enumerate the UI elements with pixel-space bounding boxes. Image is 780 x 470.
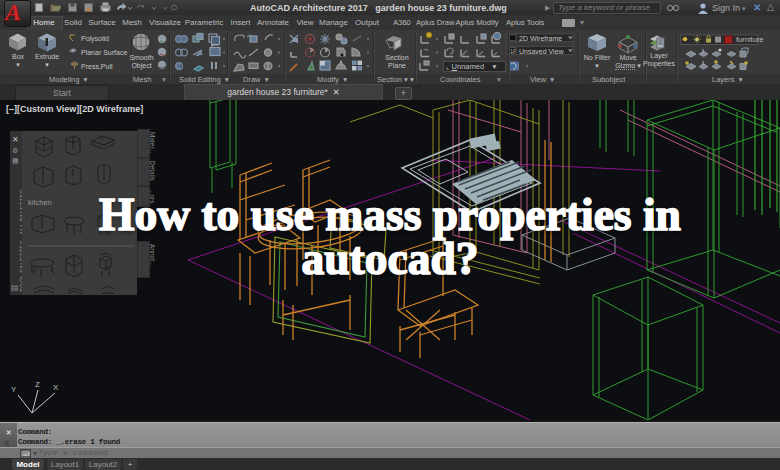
svg-text:X: X [53,383,59,392]
svg-text:Y: Y [11,385,17,394]
svg-text:1F: 1F [510,48,517,54]
svg-text:furniture: furniture [736,35,764,44]
svg-text:Z: Z [35,380,40,389]
